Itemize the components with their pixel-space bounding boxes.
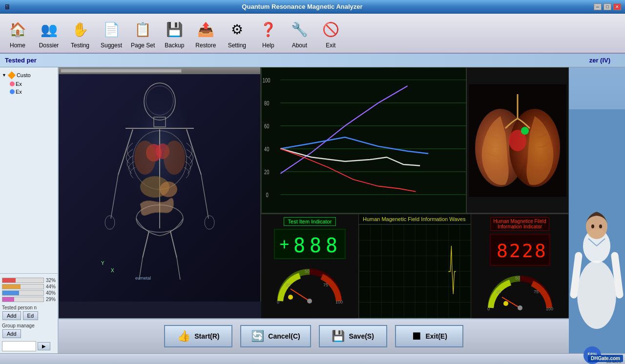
exit-action-label: Exit(E) [426,332,447,340]
scrollbar-top[interactable] [59,67,260,74]
pageset-icon: 📋 [131,18,155,41]
dossier-icon: 👥 [37,18,61,41]
svg-point-62 [518,305,522,310]
svg-point-49 [307,299,312,303]
wave-title: Human Magenetic Field Information Waves [359,214,471,224]
svg-text:100: 100 [263,76,271,83]
pbar-row-4: 29% [2,297,56,302]
wave-svg [359,224,471,318]
toolbar-about[interactable]: 🔧 About [286,16,313,51]
test-item-title: Test Item Indicator [284,217,336,226]
magnetic-indicator-title: Human Magnetice FileldInformation Indica… [490,217,550,231]
test-item-panel: Test Item Indicator + 8 8 8 [261,214,359,318]
tree-item-1-label: Ex [16,81,22,87]
chart-svg: 100 80 60 40 20 0 [262,68,466,213]
svg-text:40: 40 [264,145,270,152]
svg-point-14 [205,216,214,229]
cancel-icon: 🔄 [251,330,264,343]
svg-point-24 [160,182,177,197]
pbar-label-2: 44% [46,284,56,289]
svg-text:80: 80 [264,99,270,106]
body-and-viz: Y X eumetal [59,67,569,353]
svg-point-11 [105,216,115,229]
tested-add-button[interactable]: Add [2,311,21,320]
toolbar-dossier[interactable]: 👥 Dossier [35,16,62,51]
minimize-button[interactable]: ─ [594,3,602,10]
svg-text:25: 25 [286,283,291,287]
svg-text:eumetal: eumetal [135,276,151,281]
svg-line-75 [574,256,579,295]
pbar-label-3: 40% [46,290,56,296]
tree-item-2[interactable]: Ex [2,88,56,96]
tree-item-1[interactable]: Ex [2,80,56,88]
wave-panel: Human Magenetic Field Information Waves [359,214,471,318]
start-label: Start(R) [194,332,219,340]
svg-point-55 [288,295,293,300]
viz-area: 100 80 60 40 20 0 [261,67,569,318]
app-wrapper: 🖥 Quantum Resonance Magnetic Analyzer ─ … [0,0,625,364]
svg-line-76 [615,256,620,295]
window-controls: ─ □ ✕ [594,3,621,10]
close-button[interactable]: ✕ [613,3,621,10]
cancel-button[interactable]: 🔄 Cancel(C) [240,325,311,347]
svg-text:8: 8 [497,240,508,261]
test-item-display: + 8 8 8 [274,229,346,259]
toolbar-restore[interactable]: 📤 Restore [192,16,219,51]
tested-header-text: Tested per [5,57,37,64]
restore-icon: 📤 [194,18,217,41]
toolbar-help-label: Help [262,42,274,49]
bottom-input-btn[interactable]: ▶ [38,342,50,350]
upper-viz: 100 80 60 40 20 0 [261,67,569,213]
toolbar-testing[interactable]: ✋ Testing [66,16,94,51]
toolbar-setting-label: Setting [228,42,246,49]
exit-action-button[interactable]: ⏹ Exit(E) [395,325,463,347]
start-button[interactable]: 👍 Start(R) [164,325,232,347]
svg-text:8: 8 [310,234,321,256]
save-label: Save(S) [349,332,374,340]
toolbar-pageset-label: Page Set [131,42,155,49]
toolbar-help[interactable]: ❓ Help [254,16,282,51]
organ-svg [469,84,566,197]
toolbar-setting[interactable]: ⚙ Setting [223,16,250,51]
title-bar: 🖥 Quantum Resonance Magnetic Analyzer ─ … [0,0,625,14]
backup-icon: 💾 [163,18,186,41]
test-item-digits: 8 8 8 [291,232,340,256]
svg-text:100: 100 [335,300,343,304]
svg-text:60: 60 [264,122,270,129]
toolbar-testing-label: Testing [71,42,89,49]
svg-text:75: 75 [323,283,328,287]
svg-text:8: 8 [293,234,305,256]
doctor-svg [569,67,625,353]
maximize-button[interactable]: □ [604,3,611,10]
toolbar-exit-label: Exit [326,42,335,49]
svg-text:0: 0 [277,300,279,304]
svg-text:8: 8 [535,240,544,261]
tree-dot-pink-1 [10,81,15,86]
progress-section: 32% 44% 40% [2,278,56,302]
testing-icon: ✋ [68,18,92,41]
save-button[interactable]: 💾 Save(S) [319,325,387,347]
action-bar: 👍 Start(R) 🔄 Cancel(C) 💾 Save(S) ⏹ Exit(… [59,318,569,353]
right-panel [569,67,625,353]
tree-root-label: Custo [17,72,31,78]
home-icon: 🏠 [6,18,29,41]
pbar-label-1: 32% [46,278,56,283]
toolbar-pageset[interactable]: 📋 Page Set [129,16,157,51]
about-icon: 🔧 [288,18,311,41]
bottom-input[interactable] [2,341,36,351]
sidebar-tree: ▼ 🔶 Custo Ex Ex [0,67,58,273]
tested-edit-button[interactable]: Ed [23,311,38,320]
toolbar-suggest[interactable]: 📄 Suggest [98,16,125,51]
pbar-row-3: 40% [2,290,56,296]
tested-btn-row: Add Ed [2,310,56,321]
svg-rect-56 [359,224,471,318]
toolbar-exit[interactable]: 🚫 Exit [317,16,344,51]
toolbar-about-label: About [292,42,307,49]
svg-line-18 [177,258,180,280]
toolbar-home[interactable]: 🏠 Home [4,16,31,51]
body-svg: Y X eumetal [96,77,223,282]
toolbar-backup[interactable]: 💾 Backup [161,16,188,51]
tested-header-suffix: zer (IV) [589,57,610,64]
svg-line-13 [201,175,208,219]
group-add-button[interactable]: Add [2,329,21,338]
